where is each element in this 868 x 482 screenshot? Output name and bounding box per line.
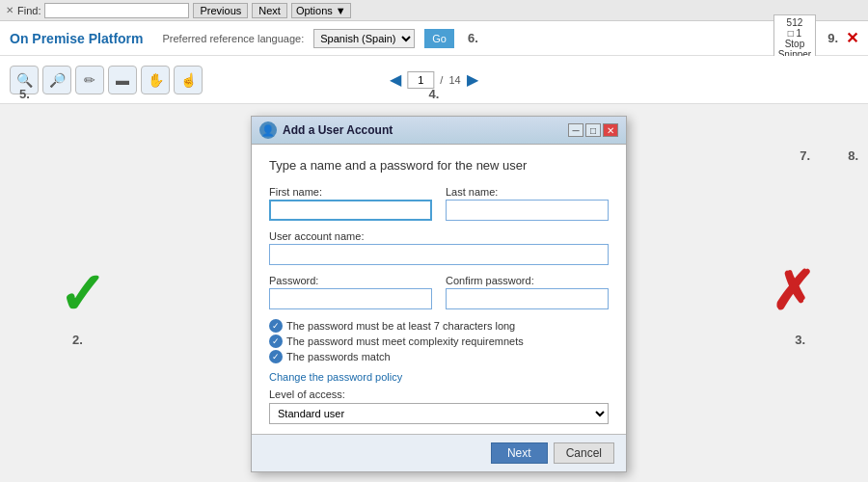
dialog-body: Type a name and a password for the new u…: [252, 145, 626, 434]
find-previous-button[interactable]: Previous: [193, 3, 248, 18]
confirm-password-input[interactable]: [446, 288, 609, 309]
label-4: 4.: [429, 87, 440, 101]
dialog-close-button[interactable]: ✕: [603, 123, 618, 137]
password-group: Password:: [269, 275, 432, 309]
confirm-password-group: Confirm password:: [446, 275, 609, 309]
next-button[interactable]: Next: [491, 442, 548, 464]
find-bar-close-icon[interactable]: ✕: [6, 5, 14, 15]
hand-icon[interactable]: ✋: [141, 66, 170, 94]
rule-3-icon: ✓: [269, 350, 283, 363]
label-9: 9.: [827, 31, 838, 45]
language-select[interactable]: Spanish (Spain): [313, 29, 415, 48]
cancel-button[interactable]: Cancel: [554, 442, 614, 464]
green-checkmark: ✓: [58, 260, 106, 328]
page-total: 14: [448, 74, 460, 86]
toolbar-row: 🔍 🔎 ✏ ▬ ✋ ☝ ◀ / 14 ▶ 5. 4. 7. 8.: [0, 56, 868, 104]
rule-2: ✓ The password must meet complexity requ…: [269, 335, 609, 348]
pref-lang-label: Preferred reference language:: [163, 33, 305, 44]
rule-3: ✓ The passwords match: [269, 350, 609, 363]
find-options-button[interactable]: Options ▼: [291, 3, 351, 18]
rule-1: ✓ The password must be at least 7 charac…: [269, 319, 609, 333]
zoom-out-icon[interactable]: 🔎: [42, 66, 71, 94]
rule-2-text: The password must meet complexity requir…: [286, 335, 524, 347]
rectangle-icon[interactable]: ▬: [108, 66, 137, 94]
last-name-label: Last name:: [446, 186, 609, 198]
rule-1-icon: ✓: [269, 319, 283, 333]
password-label: Password:: [269, 275, 432, 286]
rule-2-icon: ✓: [269, 335, 283, 348]
find-next-button[interactable]: Next: [252, 3, 287, 18]
rule-3-text: The passwords match: [286, 351, 391, 362]
maximize-button[interactable]: □: [585, 123, 601, 137]
dialog-window-controls: ─ □ ✕: [568, 123, 618, 137]
next-page-button[interactable]: ▶: [467, 70, 478, 89]
first-name-input[interactable]: [269, 200, 432, 221]
find-input[interactable]: [44, 3, 189, 18]
rule-1-text: The password must be at least 7 characte…: [286, 320, 515, 332]
account-name-row: User account name:: [269, 230, 609, 265]
password-rules-list: ✓ The password must be at least 7 charac…: [269, 319, 609, 363]
close-x-button[interactable]: ✕: [846, 29, 858, 47]
go-button[interactable]: Go: [424, 29, 454, 48]
find-bar: ✕ Find: Previous Next Options ▼: [0, 0, 868, 21]
access-level-select[interactable]: Standard user Administrator: [269, 403, 609, 424]
first-name-group: First name:: [269, 186, 432, 221]
label-2: 2.: [72, 333, 83, 347]
first-name-label: First name:: [269, 186, 432, 198]
label-5: 5.: [19, 87, 30, 101]
account-name-input[interactable]: [269, 244, 609, 265]
dialog-icon: 👤: [259, 121, 277, 139]
confirm-password-label: Confirm password:: [446, 275, 609, 286]
label-3: 3.: [795, 333, 805, 347]
red-x-mark: ✗: [771, 260, 815, 322]
pencil-icon[interactable]: ✏: [75, 66, 104, 94]
label-8: 8.: [848, 148, 858, 163]
find-label: Find:: [17, 5, 41, 16]
label-6: 6.: [468, 31, 478, 45]
dialog-title: Add a User Account: [283, 123, 393, 137]
mini-box-sub: □ 1: [778, 28, 811, 39]
change-password-link[interactable]: Change the password policy: [269, 371, 609, 383]
mini-box-line3: Stop: [778, 39, 811, 49]
header-bar: On Premise Platform Preferred reference …: [0, 21, 868, 56]
pointer-icon[interactable]: ☝: [174, 66, 203, 94]
mini-info-box: 512 □ 1 Stop Snipper: [773, 14, 816, 63]
label-7: 7.: [800, 148, 810, 163]
last-name-input[interactable]: [446, 200, 609, 221]
dialog-subtitle: Type a name and a password for the new u…: [269, 158, 609, 173]
access-label: Level of access:: [269, 388, 609, 400]
account-name-label: User account name:: [269, 230, 609, 242]
account-name-group: User account name:: [269, 230, 609, 265]
dialog-titlebar: 👤 Add a User Account ─ □ ✕: [252, 117, 626, 145]
dialog-footer: Next Cancel: [252, 434, 626, 471]
minimize-button[interactable]: ─: [568, 123, 583, 137]
page-number-input[interactable]: [407, 71, 434, 89]
page-separator: /: [440, 74, 443, 86]
mini-box-value: 512: [778, 17, 811, 28]
add-user-dialog: 👤 Add a User Account ─ □ ✕ Type a name a…: [251, 116, 627, 472]
app-title: On Premise Platform: [10, 31, 144, 46]
password-input[interactable]: [269, 288, 432, 309]
name-row: First name: Last name:: [269, 186, 609, 221]
last-name-group: Last name:: [446, 186, 609, 221]
prev-page-button[interactable]: ◀: [390, 70, 401, 89]
password-row: Password: Confirm password:: [269, 275, 609, 309]
